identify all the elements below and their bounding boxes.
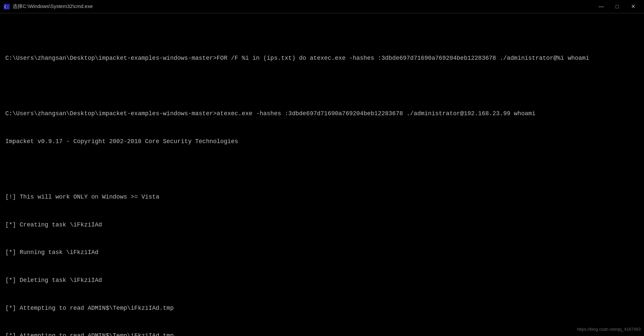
terminal-line-7: [*] Creating task \iFkziIAd bbox=[5, 220, 639, 230]
terminal-line-6: [!] This will work ONLY on Windows >= Vi… bbox=[5, 193, 639, 202]
terminal-line-2 bbox=[5, 81, 639, 91]
terminal-line-4: Impacket v0.9.17 - Copyright 2002-2018 C… bbox=[5, 137, 639, 146]
cmd-window: C:\ 选择C:\Windows\System32\cmd.exe — □ ✕ … bbox=[0, 0, 644, 336]
title-bar: C:\ 选择C:\Windows\System32\cmd.exe — □ ✕ bbox=[0, 0, 644, 13]
maximize-button[interactable]: □ bbox=[610, 1, 625, 12]
terminal-output: C:\Users\zhangsan\Desktop\impacket-examp… bbox=[0, 13, 644, 336]
terminal-line-3: C:\Users\zhangsan\Desktop\impacket-examp… bbox=[5, 109, 639, 119]
minimize-button[interactable]: — bbox=[594, 1, 609, 12]
cmd-icon: C:\ bbox=[3, 3, 10, 10]
terminal-line-5 bbox=[5, 165, 639, 174]
terminal-line-1: C:\Users\zhangsan\Desktop\impacket-examp… bbox=[5, 54, 639, 63]
terminal-line-9: [*] Deleting task \iFkziIAd bbox=[5, 276, 639, 285]
window-title: 选择C:\Windows\System32\cmd.exe bbox=[13, 3, 594, 10]
watermark: https://blog.csdn.net/qq_4187493 bbox=[577, 326, 641, 333]
terminal-line-10: [*] Attempting to read ADMIN$\Temp\iFkzi… bbox=[5, 304, 639, 313]
terminal-line-8: [*] Running task \iFkziIAd bbox=[5, 248, 639, 257]
window-controls: — □ ✕ bbox=[594, 1, 641, 12]
close-button[interactable]: ✕ bbox=[625, 1, 641, 12]
terminal-line-11: [*] Attempting to read ADMIN$\Temp\iFkzi… bbox=[5, 331, 639, 336]
svg-text:C:\: C:\ bbox=[4, 5, 10, 9]
